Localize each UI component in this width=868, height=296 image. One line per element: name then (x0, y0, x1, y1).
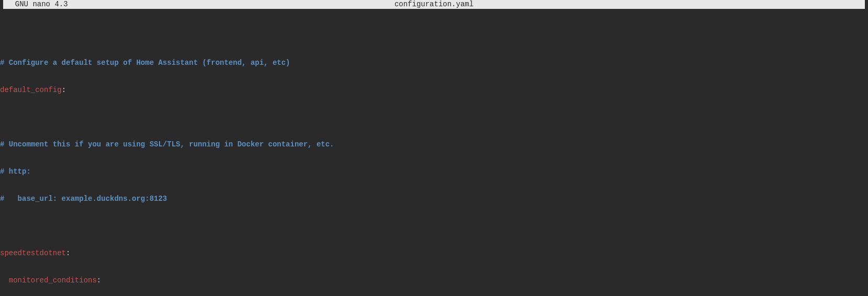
comment-line: # base_url: example.duckdns.org:8123 (0, 195, 868, 203)
editor-area[interactable]: # Configure a default setup of Home Assi… (0, 9, 868, 296)
filename: configuration.yaml (394, 0, 474, 9)
yaml-line: speedtestdotnet: (0, 249, 868, 258)
blank-line (0, 113, 868, 122)
yaml-line: default_config: (0, 86, 868, 95)
comment-line: # Configure a default setup of Home Assi… (0, 59, 868, 67)
comment-line: # http: (0, 167, 868, 176)
app-name: GNU nano 4.3 (6, 0, 68, 9)
titlebar: GNU nano 4.3 configuration.yaml (3, 0, 865, 9)
blank-line (0, 222, 868, 231)
blank-line (0, 31, 868, 40)
yaml-line: monitored_conditions: (0, 276, 868, 285)
comment-line: # Uncomment this if you are using SSL/TL… (0, 140, 868, 149)
